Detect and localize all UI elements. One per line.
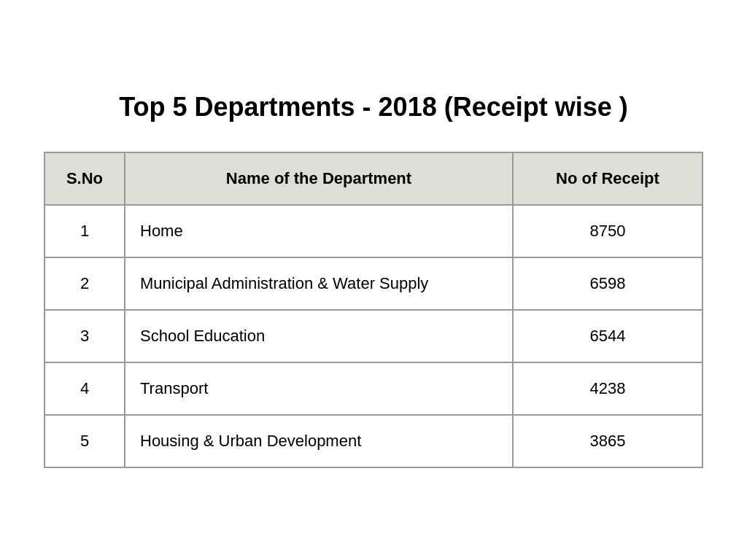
- cell-sno: 5: [44, 415, 125, 467]
- cell-department: Municipal Administration & Water Supply: [125, 257, 513, 310]
- page-title: Top 5 Departments - 2018 (Receipt wise ): [119, 92, 628, 122]
- table-row: 2Municipal Administration & Water Supply…: [44, 257, 703, 310]
- cell-receipt: 3865: [513, 415, 703, 467]
- header-department: Name of the Department: [125, 152, 513, 205]
- cell-sno: 3: [44, 310, 125, 362]
- cell-department: Transport: [125, 362, 513, 415]
- cell-department: Housing & Urban Development: [125, 415, 513, 467]
- table-row: 4Transport4238: [44, 362, 703, 415]
- table-row: 5Housing & Urban Development3865: [44, 415, 703, 467]
- table-header-row: S.No Name of the Department No of Receip…: [44, 152, 703, 205]
- cell-receipt: 6544: [513, 310, 703, 362]
- data-table: S.No Name of the Department No of Receip…: [44, 152, 703, 468]
- cell-sno: 1: [44, 205, 125, 257]
- cell-receipt: 6598: [513, 257, 703, 310]
- cell-receipt: 4238: [513, 362, 703, 415]
- table-row: 3School Education6544: [44, 310, 703, 362]
- table-row: 1Home8750: [44, 205, 703, 257]
- cell-sno: 2: [44, 257, 125, 310]
- header-receipt: No of Receipt: [513, 152, 703, 205]
- cell-sno: 4: [44, 362, 125, 415]
- cell-department: Home: [125, 205, 513, 257]
- cell-receipt: 8750: [513, 205, 703, 257]
- header-sno: S.No: [44, 152, 125, 205]
- cell-department: School Education: [125, 310, 513, 362]
